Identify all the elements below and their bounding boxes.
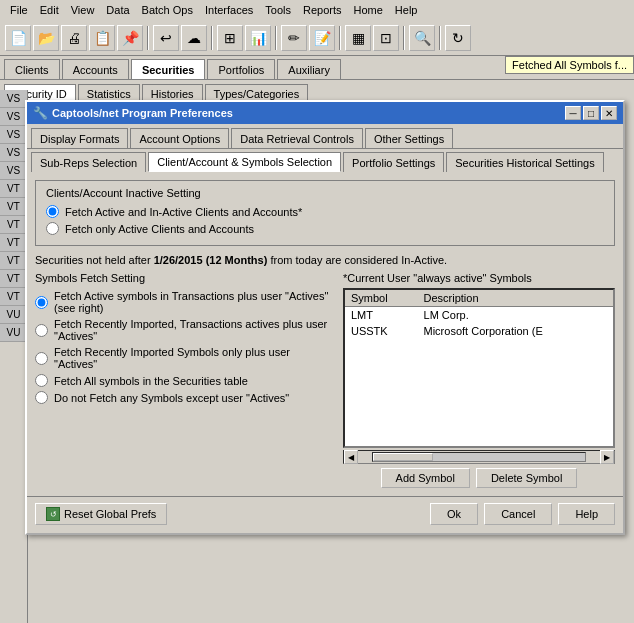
left-item-3[interactable]: VS — [0, 126, 27, 144]
left-item-4[interactable]: VS — [0, 144, 27, 162]
dialog-minimize[interactable]: ─ — [565, 106, 581, 120]
toolbar-grid2[interactable]: ▦ — [345, 25, 371, 51]
help-button[interactable]: Help — [558, 503, 615, 525]
table-row[interactable]: USSTK Microsoft Corporation (E — [345, 323, 613, 339]
tab-accounts[interactable]: Accounts — [62, 59, 129, 79]
dialog-titlebar: 🔧 Captools/net Program Preferences ─ □ ✕ — [27, 102, 623, 124]
menu-help[interactable]: Help — [389, 2, 424, 18]
toolbar-new[interactable]: 📄 — [5, 25, 31, 51]
toolbar-print[interactable]: 🖨 — [61, 25, 87, 51]
radio-active-only-label: Fetch only Active Clients and Accounts — [65, 223, 254, 235]
toolbar-paste[interactable]: 📌 — [117, 25, 143, 51]
menubar: File Edit View Data Batch Ops Interfaces… — [0, 0, 634, 20]
securities-date: 1/26/2015 (12 Months) — [154, 254, 268, 266]
radio-active-only-input[interactable] — [46, 222, 59, 235]
footer-right: Ok Cancel Help — [430, 503, 615, 525]
toolbar-edit[interactable]: ✏ — [281, 25, 307, 51]
left-item-5[interactable]: VS — [0, 162, 27, 180]
left-item-13[interactable]: VU — [0, 306, 27, 324]
dialog-subtab-bar: Sub-Reps Selection Client/Account & Symb… — [27, 149, 623, 172]
radio-active-inactive-label: Fetch Active and In-Active Clients and A… — [65, 206, 302, 218]
left-item-10[interactable]: VT — [0, 252, 27, 270]
tab-securities[interactable]: Securities — [131, 59, 206, 79]
radio-fetch-active-only[interactable]: Fetch only Active Clients and Accounts — [46, 222, 604, 235]
radio-recently-imported-input[interactable] — [35, 324, 48, 337]
delete-symbol-button[interactable]: Delete Symbol — [476, 468, 578, 488]
radio-active-trans-input[interactable] — [35, 296, 48, 309]
dialog-subtab-portfolio[interactable]: Portfolio Settings — [343, 152, 444, 172]
radio-fetch-recently-imported[interactable]: Fetch Recently Imported, Transactions ac… — [35, 318, 335, 342]
table-action-buttons: Add Symbol Delete Symbol — [343, 468, 615, 488]
dialog-tab-dataretrieval[interactable]: Data Retrieval Controls — [231, 128, 363, 148]
table-row[interactable]: LMT LM Corp. — [345, 307, 613, 324]
menu-edit[interactable]: Edit — [34, 2, 65, 18]
radio-active-inactive-input[interactable] — [46, 205, 59, 218]
dialog-maximize[interactable]: □ — [583, 106, 599, 120]
radio-all-input[interactable] — [35, 374, 48, 387]
left-item-8[interactable]: VT — [0, 216, 27, 234]
reset-icon: ↺ — [46, 507, 60, 521]
left-item-11[interactable]: VT — [0, 270, 27, 288]
menu-interfaces[interactable]: Interfaces — [199, 2, 259, 18]
scroll-thumb[interactable] — [373, 453, 433, 461]
menu-file[interactable]: File — [4, 2, 34, 18]
radio-fetch-recently-only[interactable]: Fetch Recently Imported Symbols only plu… — [35, 346, 335, 370]
dialog-tab-bar: Display Formats Account Options Data Ret… — [27, 124, 623, 149]
toolbar-doc[interactable]: 📝 — [309, 25, 335, 51]
menu-batchops[interactable]: Batch Ops — [136, 2, 199, 18]
left-column: VS VS VS VS VS VT VT VT VT VT VT VT VU V… — [0, 90, 28, 623]
scroll-left-btn[interactable]: ◀ — [344, 450, 358, 464]
toolbar-refresh[interactable]: ↻ — [445, 25, 471, 51]
scroll-track[interactable] — [372, 452, 586, 462]
clients-section: Clients/Account Inactive Setting Fetch A… — [35, 180, 615, 246]
dialog-tab-othersettings[interactable]: Other Settings — [365, 128, 453, 148]
toolbar: 📄 📂 🖨 📋 📌 ↩ ☁ ⊞ 📊 ✏ 📝 ▦ ⊡ 🔍 ↻ — [0, 20, 634, 56]
add-symbol-button[interactable]: Add Symbol — [381, 468, 470, 488]
tab-auxiliary[interactable]: Auxiliary — [277, 59, 341, 79]
dialog-subtab-clientaccount[interactable]: Client/Account & Symbols Selection — [148, 152, 341, 172]
left-item-14[interactable]: VU — [0, 324, 27, 342]
left-item-1[interactable]: VS — [0, 90, 27, 108]
cancel-button[interactable]: Cancel — [484, 503, 552, 525]
toolbar-sep3 — [275, 26, 277, 50]
toolbar-undo[interactable]: ↩ — [153, 25, 179, 51]
toolbar-open[interactable]: 📂 — [33, 25, 59, 51]
col-description: Description — [418, 290, 613, 307]
left-item-12[interactable]: VT — [0, 288, 27, 306]
left-item-9[interactable]: VT — [0, 234, 27, 252]
dialog-tab-accountoptions[interactable]: Account Options — [130, 128, 229, 148]
securities-text-prefix: Securities not held after — [35, 254, 151, 266]
col-symbol: Symbol — [345, 290, 418, 307]
dialog-subtab-subreps[interactable]: Sub-Reps Selection — [31, 152, 146, 172]
left-item-6[interactable]: VT — [0, 180, 27, 198]
menu-home[interactable]: Home — [348, 2, 389, 18]
ok-button[interactable]: Ok — [430, 503, 478, 525]
left-item-2[interactable]: VS — [0, 108, 27, 126]
tab-portfolios[interactable]: Portfolios — [207, 59, 275, 79]
menu-view[interactable]: View — [65, 2, 101, 18]
radio-fetch-all[interactable]: Fetch All symbols in the Securities tabl… — [35, 374, 335, 387]
radio-fetch-active-inactive[interactable]: Fetch Active and In-Active Clients and A… — [46, 205, 604, 218]
scroll-right-btn[interactable]: ▶ — [600, 450, 614, 464]
reset-global-prefs-button[interactable]: ↺ Reset Global Prefs — [35, 503, 167, 525]
tab-clients[interactable]: Clients — [4, 59, 60, 79]
dialog-tab-displayformats[interactable]: Display Formats — [31, 128, 128, 148]
toolbar-search[interactable]: 🔍 — [409, 25, 435, 51]
menu-data[interactable]: Data — [100, 2, 135, 18]
dialog-close[interactable]: ✕ — [601, 106, 617, 120]
left-item-7[interactable]: VT — [0, 198, 27, 216]
toolbar-expand[interactable]: ⊡ — [373, 25, 399, 51]
toolbar-copy[interactable]: 📋 — [89, 25, 115, 51]
toolbar-chart[interactable]: 📊 — [245, 25, 271, 51]
menu-reports[interactable]: Reports — [297, 2, 348, 18]
radio-none-input[interactable] — [35, 391, 48, 404]
radio-do-not-fetch[interactable]: Do not Fetch any Symbols except user "Ac… — [35, 391, 335, 404]
menu-tools[interactable]: Tools — [259, 2, 297, 18]
dialog-subtab-historical[interactable]: Securities Historical Settings — [446, 152, 603, 172]
toolbar-weather[interactable]: ☁ — [181, 25, 207, 51]
radio-fetch-active-trans[interactable]: Fetch Active symbols in Transactions plu… — [35, 290, 335, 314]
toolbar-sep6 — [439, 26, 441, 50]
horizontal-scrollbar[interactable]: ◀ ▶ — [343, 450, 615, 464]
radio-recently-only-input[interactable] — [35, 352, 48, 365]
toolbar-grid[interactable]: ⊞ — [217, 25, 243, 51]
